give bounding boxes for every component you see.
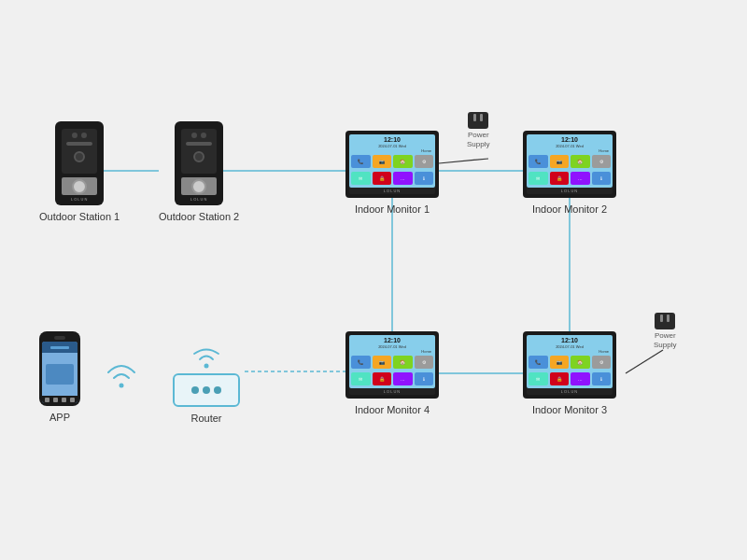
phone-content: [42, 353, 78, 396]
phone-notch: [54, 336, 65, 340]
camera-dot: [72, 133, 78, 138]
ps-adapter-1: [468, 112, 488, 129]
screen-home-3: Home: [529, 349, 611, 354]
camera-dot: [191, 133, 197, 138]
nav-icon-4: [70, 398, 75, 402]
wifi-symbol: [93, 350, 149, 397]
indoor-monitor-1: 12:10 2024-07-01 Wed Home 📞 📷 🏠 ⚙ ✉ 🔒 … …: [345, 131, 439, 215]
indoor-monitor-4-label: Indoor Monitor 4: [355, 404, 430, 415]
indoor-monitor-3-label: Indoor Monitor 3: [532, 404, 607, 415]
indoor-device-2: 12:10 2024-07-01 Wed Home 📞 📷 🏠 ⚙ ✉ 🔒 … …: [523, 131, 616, 198]
screen-icons-3: 📞 📷 🏠 ⚙ ✉ 🔒 … ℹ: [529, 356, 611, 386]
icon-lock: 🔒: [373, 372, 392, 385]
svg-line-6: [439, 159, 488, 163]
router-led-1: [191, 386, 199, 394]
call-button-2[interactable]: [191, 179, 206, 194]
icon-home: 🏠: [393, 356, 413, 369]
icon-more: …: [571, 172, 590, 185]
router-label: Router: [190, 413, 221, 424]
icon-cam: 📷: [373, 155, 392, 168]
prong-2a: [660, 315, 663, 322]
router-led-3: [214, 386, 221, 394]
prong-1b: [480, 114, 483, 121]
ps-label-2: PowerSupply: [654, 331, 676, 349]
icon-lock: 🔒: [550, 172, 570, 185]
router-wifi-symbol: [183, 343, 230, 371]
icon-phone: 📞: [351, 356, 371, 369]
brand-text-2: LOLUN: [527, 189, 613, 193]
brand-bar-1: LOLUN: [349, 188, 435, 194]
icon-msg: ✉: [529, 172, 548, 185]
screen-icons-2: 📞 📷 🏠 ⚙ ✉ 🔒 … ℹ: [529, 155, 611, 186]
brand-label-1: LOLUN: [71, 197, 88, 202]
nav-icon-2: [53, 398, 58, 402]
icon-more: …: [393, 172, 413, 185]
indoor-device-3: 12:10 2024-07-01 Wed Home 📞 📷 🏠 ⚙ ✉ 🔒 … …: [523, 331, 616, 399]
screen-home-4: Home: [351, 349, 433, 354]
icon-msg: ✉: [529, 372, 548, 385]
button-area-2: [181, 177, 217, 195]
icon-home: 🏠: [571, 155, 590, 168]
call-button-1[interactable]: [72, 179, 87, 194]
icon-phone: 📞: [529, 356, 548, 369]
svg-point-9: [120, 384, 124, 388]
screen-icons-1: 📞 📷 🏠 ⚙ ✉ 🔒 … ℹ: [351, 155, 433, 186]
icon-lock: 🔒: [373, 172, 392, 185]
camera-strip: [66, 142, 92, 146]
router: Router: [173, 343, 240, 424]
indoor-monitor-1-label: Indoor Monitor 1: [355, 203, 430, 215]
outdoor-station-1: LOLUN Outdoor Station 1: [39, 121, 120, 222]
button-area-1: [62, 177, 97, 195]
camera-lens: [193, 151, 204, 162]
icon-msg: ✉: [351, 372, 371, 385]
diagram-container: LOLUN Outdoor Station 1 LOLUN Outdoor St…: [0, 0, 747, 560]
camera-dot: [81, 133, 87, 138]
ps-body-2: [655, 313, 675, 329]
indoor-monitor-2: 12:10 2024-07-01 Wed Home 📞 📷 🏠 ⚙ ✉ 🔒 … …: [523, 131, 616, 215]
icon-info: ℹ: [592, 172, 612, 185]
icon-info: ℹ: [415, 372, 434, 385]
connection-lines: [0, 0, 747, 560]
outdoor-station-1-label: Outdoor Station 1: [39, 211, 120, 222]
app-phone: APP: [39, 331, 80, 423]
brand-label-2: LOLUN: [190, 197, 207, 202]
outdoor-device-2: LOLUN: [175, 121, 223, 205]
phone-body: [39, 331, 80, 406]
power-supply-1: PowerSupply: [467, 112, 489, 148]
router-device: [173, 373, 240, 407]
brand-text-4: LOLUN: [349, 389, 435, 394]
icon-home: 🏠: [571, 356, 590, 369]
outdoor-device-1: LOLUN: [55, 121, 104, 205]
screen-home-2: Home: [529, 148, 611, 153]
screen-time-4: 12:10: [351, 337, 433, 344]
phone-image: [46, 364, 74, 385]
icon-set: ⚙: [592, 155, 612, 168]
icon-home: 🏠: [393, 155, 413, 168]
icon-cam: 📷: [373, 356, 392, 369]
screen-3: 12:10 2024-07-01 Wed Home 📞 📷 🏠 ⚙ ✉ 🔒 … …: [527, 335, 613, 388]
icon-cam: 📷: [550, 155, 570, 168]
outdoor-station-2-label: Outdoor Station 2: [159, 211, 239, 222]
brand-bar-4: LOLUN: [349, 388, 435, 395]
screen-time-3: 12:10: [529, 337, 611, 344]
phone-nav-bar: [42, 396, 78, 403]
phone-screen: [42, 342, 78, 403]
screen-icons-4: 📞 📷 🏠 ⚙ ✉ 🔒 … ℹ: [351, 356, 433, 386]
outdoor-station-2: LOLUN Outdoor Station 2: [159, 121, 239, 222]
icon-set: ⚙: [592, 356, 612, 369]
icon-phone: 📞: [529, 155, 548, 168]
icon-cam: 📷: [550, 356, 570, 369]
screen-1: 12:10 2024-07-01 Wed Home 📞 📷 🏠 ⚙ ✉ 🔒 … …: [349, 134, 435, 188]
icon-msg: ✉: [351, 172, 371, 185]
icon-lock: 🔒: [550, 372, 570, 385]
brand-bar-3: LOLUN: [527, 388, 613, 395]
ps-prongs-2: [660, 315, 669, 322]
nav-icon-1: [45, 398, 49, 402]
brand-bar-2: LOLUN: [527, 188, 613, 194]
indoor-device-1: 12:10 2024-07-01 Wed Home 📞 📷 🏠 ⚙ ✉ 🔒 … …: [345, 131, 439, 198]
icon-more: …: [393, 372, 413, 385]
prong-2b: [667, 315, 669, 322]
app-label: APP: [49, 412, 70, 423]
icon-set: ⚙: [415, 155, 434, 168]
phone-header: [42, 342, 78, 353]
